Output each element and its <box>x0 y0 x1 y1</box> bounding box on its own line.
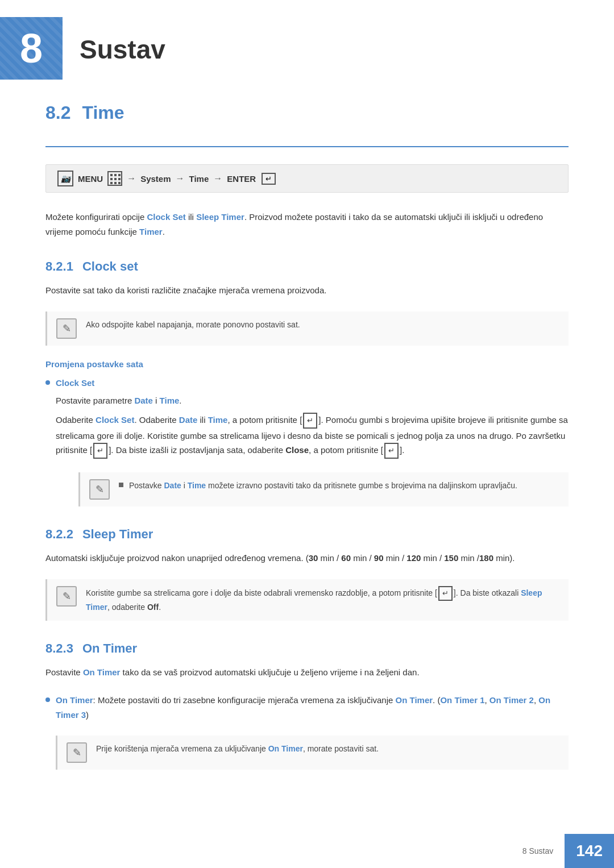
on-timer-ref-2: On Timer <box>56 695 93 705</box>
section-number: 8.2 <box>45 102 70 123</box>
num-180: 180 <box>479 553 493 563</box>
footer-chapter-label: 8 Sustav <box>511 840 565 862</box>
subsection-821-number: 8.2.1 <box>45 259 73 274</box>
off-ref: Off <box>147 603 159 612</box>
on-timer-1-ref: On Timer 1 <box>440 695 484 705</box>
clock-set-ref: Clock Set <box>147 212 185 222</box>
clock-set-indented-note: Postavke Date i Time možete izravno post… <box>78 472 569 506</box>
on-timer-2-ref: On Timer 2 <box>489 695 534 705</box>
section-title: Time <box>82 102 124 123</box>
enter-icon-3: ↵ <box>93 443 107 459</box>
grid-icon <box>107 171 122 186</box>
chapter-number-box: 8 <box>0 17 63 80</box>
section-heading: 8.2 Time <box>45 102 569 129</box>
note-icon-4 <box>67 742 87 763</box>
chapter-title: Sustav <box>63 17 165 65</box>
on-timer-ref-3: On Timer <box>396 695 433 705</box>
nav-time: Time <box>189 174 209 184</box>
note-icon-2 <box>89 479 110 500</box>
subsection-822-number: 8.2.2 <box>45 527 73 542</box>
num-30: 30 <box>309 553 318 563</box>
indented-note-content: Postavke Date i Time možete izravno post… <box>119 479 517 492</box>
clock-set-bullet-list: Clock Set Postavite parametre Date i Tim… <box>45 376 569 507</box>
nav-arrow-3: → <box>213 173 222 184</box>
sleep-timer-body: Automatski isključuje proizvod nakon una… <box>45 551 569 566</box>
num-120: 120 <box>406 553 421 563</box>
list-item-clock-set: Clock Set Postavite parametre Date i Tim… <box>45 376 569 507</box>
time-ref-1: Time <box>160 396 180 405</box>
menu-nav: 📷 MENU → System → Time → ENTER ↵ <box>45 164 569 193</box>
date-ref-2: Date <box>179 415 198 425</box>
promjena-heading: Promjena postavke sata <box>45 359 569 369</box>
indented-note-text-1: Postavke Date i Time možete izravno post… <box>129 479 517 492</box>
num-60: 60 <box>341 553 351 563</box>
enter-icon-2: ↵ <box>303 413 317 429</box>
nav-enter: ENTER <box>227 174 256 184</box>
clock-set-note-1-text: Ako odspojite kabel napajanja, morate po… <box>86 318 300 331</box>
nav-system: System <box>140 174 171 184</box>
enter-icon-5: ↵ <box>438 586 453 601</box>
clock-set-detail-ref: Clock Set <box>96 415 134 425</box>
on-timer-detail: On Timer: Možete postaviti do tri zasebn… <box>56 693 569 722</box>
time-ref-2: Time <box>208 415 228 425</box>
date-ref-3: Date <box>164 481 181 490</box>
on-timer-bullet-list: On Timer: Možete postaviti do tri zasebn… <box>45 693 569 780</box>
subsection-822-heading: 8.2.2 Sleep Timer <box>45 527 569 542</box>
footer-page-number: 142 <box>565 834 614 868</box>
chapter-number: 8 <box>20 28 43 69</box>
subsection-823-heading: 8.2.3 On Timer <box>45 641 569 656</box>
enter-icon-4: ↵ <box>384 443 399 459</box>
section-divider <box>45 146 569 147</box>
date-ref-1: Date <box>134 396 153 405</box>
on-timer-ref-1: On Timer <box>83 667 121 677</box>
sleep-timer-note-text: Koristite gumbe sa strelicama gore i dol… <box>86 586 559 614</box>
bullet-dot-1 <box>45 380 50 385</box>
time-ref-3: Time <box>188 481 206 490</box>
sleep-timer-note: Koristite gumbe sa strelicama gore i dol… <box>45 579 569 621</box>
nav-menu-label: MENU <box>78 174 103 184</box>
subsection-822-title: Sleep Timer <box>82 527 153 542</box>
sleep-timer-ref: Sleep Timer <box>196 212 244 222</box>
nav-arrow-1: → <box>127 173 136 184</box>
close-ref: Close <box>285 445 309 455</box>
list-item-on-timer: On Timer: Možete postaviti do tri zasebn… <box>45 693 569 780</box>
clock-set-detail: Odaberite Clock Set. Odaberite Date ili … <box>56 413 569 459</box>
note-icon-1 <box>56 318 77 339</box>
subsection-821-title: Clock set <box>82 259 138 274</box>
menu-remote-icon: 📷 <box>57 171 73 186</box>
on-timer-ref-4: On Timer <box>268 744 303 753</box>
num-150: 150 <box>444 553 458 563</box>
clock-set-params: Postavite parametre Date i Time. <box>56 393 569 408</box>
square-bullet-1 <box>119 483 123 487</box>
clock-set-label: Clock Set <box>56 378 94 388</box>
intro-text: Možete konfigurirati opcije Clock Set il… <box>45 210 569 239</box>
note-icon-3 <box>56 586 77 607</box>
on-timer-body: Postavite On Timer tako da se vaš proizv… <box>45 665 569 680</box>
chapter-header: 8 Sustav <box>0 0 614 91</box>
on-timer-note-text: Prije korištenja mjerača vremena za uklj… <box>96 742 379 755</box>
bullet-content-1: Clock Set Postavite parametre Date i Tim… <box>56 376 569 507</box>
clock-set-body: Postavite sat tako da koristi različite … <box>45 283 569 298</box>
num-90: 90 <box>374 553 384 563</box>
subsection-823-title: On Timer <box>82 641 137 656</box>
timer-ref: Timer <box>139 227 163 236</box>
on-timer-note: Prije korištenja mjerača vremena za uklj… <box>56 736 569 770</box>
page: 8 Sustav 8.2 Time 📷 MENU → <box>0 0 614 868</box>
subsection-821-heading: 8.2.1 Clock set <box>45 259 569 274</box>
enter-key-icon: ↵ <box>262 173 276 185</box>
nav-arrow-2: → <box>176 173 185 184</box>
content-area: 8.2 Time 📷 MENU → System → Time → <box>0 102 614 832</box>
page-footer: 8 Sustav 142 <box>511 834 614 868</box>
clock-set-note-1: Ako odspojite kabel napajanja, morate po… <box>45 312 569 346</box>
subsection-823-number: 8.2.3 <box>45 641 73 656</box>
bullet-dot-2 <box>45 697 50 702</box>
bullet-content-2: On Timer: Možete postaviti do tri zasebn… <box>56 693 569 780</box>
